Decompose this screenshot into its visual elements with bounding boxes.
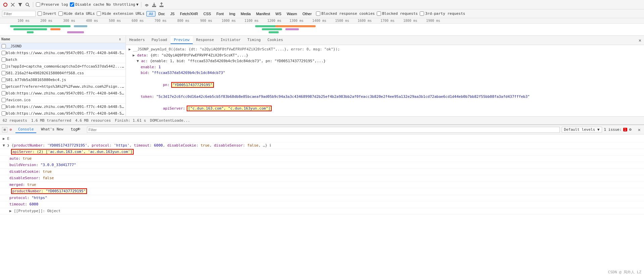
wf-bar-5 [50,28,60,30]
detail-close[interactable]: × [636,36,644,44]
invert-checkbox[interactable]: Invert [38,11,56,16]
filter-input[interactable] [2,11,36,17]
req-item-name: 581.216a2f4e49020261580004ff568.css [6,71,124,75]
req-item[interactable]: blob:https://www.zhihu.com/9547c091-f77c… [0,50,126,56]
filter-fetch-xhr[interactable]: Fetch/XHR [178,11,200,16]
console-productnumber-highlight: productNumber: "YD00517437729195" [12,189,87,193]
tab-initiator[interactable]: Initiator [217,36,244,44]
console-close-btn[interactable]: × [637,127,642,132]
req-item-name: blob:https://www.zhihu.com/9547c091-f77c… [6,51,124,55]
req-item[interactable]: js?appId=captcha_common&captchaId=ffccaa… [0,63,126,70]
blocked-cookies-label: Blocked response cookies [321,11,375,16]
grid-icon[interactable]: ⊞ [2,127,7,132]
export-icon[interactable] [159,2,164,7]
mark-1700ms: 1700 ms [380,19,395,23]
req-item[interactable]: favicon.ico [0,97,126,104]
console-line-merged: merged: true [0,182,644,189]
hide-data-urls-checkbox[interactable]: Hide data URLs [58,11,95,16]
req-item[interactable]: blob:https://www.zhihu.com/9547c091-f77c… [0,104,126,110]
req-item-name: blob:https://www.zhihu.com/9547c091-f77c… [6,91,124,95]
filter-manifest[interactable]: Manifest [254,11,273,16]
json-enable: enable: 1 [129,64,641,70]
request-list[interactable]: __JSONDblob:https://www.zhihu.com/9547c0… [0,43,126,116]
filter-ws[interactable]: WS [273,11,284,16]
wf-bar-12 [269,31,279,33]
console-line-buildversion: buildVersion: "3.0.0_33d41777" [0,162,644,169]
stop-icon[interactable]: ⊘ [8,127,13,132]
req-item[interactable]: blob:https://www.zhihu.com/9547c091-f77c… [0,90,126,97]
preserve-log-checkbox[interactable]: Preserve log [36,2,68,7]
console-settings-icon[interactable]: ⚙ [629,127,635,132]
console-apiserver-highlight: apiServer: (2) ['ac.dun.163.com', 'ac.du… [12,150,133,154]
filter-doc[interactable]: Doc [156,11,168,16]
third-party-label: 3rd-party requests [425,11,465,16]
req-item[interactable]: S81.b77db5a388165080ebc4.js [0,77,126,83]
filter-wasm[interactable]: Wasm [284,11,300,16]
filter-other[interactable]: Other [300,11,314,16]
console-tab-whats-new[interactable]: What's New [38,126,66,133]
resize-handle[interactable]: ⇕ [119,37,124,41]
console-line-prototype: ▶ [[Prototype]]: Object [0,208,644,215]
json-ac: ▼ ac: {enable: 1, bid: "ffccaa537da54269… [129,58,641,64]
obj-arrow: ❯ [7,143,9,148]
disable-cache-checkbox[interactable]: Disable cache [70,2,104,7]
console-line-object: ▼ ❯ {productNumber: 'YD00517437729195', … [0,143,644,149]
req-item[interactable]: batch [0,56,126,63]
tab-timing[interactable]: Timing [244,36,264,44]
default-levels-dropdown[interactable]: Default levels ▼ [562,127,602,132]
console-line-disablesensor: disableSensor: false [0,175,644,182]
req-item[interactable]: blob:https://www.zhihu.com/9547c091-f77c… [0,110,126,116]
tab-response[interactable]: Response [193,36,217,44]
obj-text: {productNumber: 'YD00517437729195', prot… [12,143,268,148]
blocked-requests-checkbox[interactable]: Blocked requests [377,11,418,16]
mark-500ms: 500 ms [109,19,121,23]
wf-bar-4 [13,28,47,30]
online-icon[interactable] [144,2,149,7]
tab-cookies[interactable]: Cookies [264,36,286,44]
filter-media[interactable]: Media [238,11,253,16]
wf-bar-2 [37,25,57,27]
apiserver-highlight: ["c.dun.163.com", "c.dun.163yun.com"] [187,106,271,111]
expand-obj: ▼ [3,143,5,148]
invert-label: Invert [43,11,56,16]
filter-icon[interactable] [17,2,23,7]
mark-600ms: 600 ms [132,19,144,23]
detail-panel: Headers Payload Preview Response Initiat… [126,36,644,116]
filter-css[interactable]: CSS [201,11,214,16]
filter-img[interactable]: Img [227,11,237,16]
mark-1800ms: 1800 ms [403,19,417,23]
wf-bar-6 [67,31,84,33]
mark-1300ms: 1300 ms [289,19,304,23]
console-tab-console[interactable]: Console [15,126,36,133]
json-root: ▶ __JSONP_pwym1yd_0({data: {dt: "o2QyiAQ… [129,46,641,52]
filter-font[interactable]: Font [214,11,226,16]
detail-tabs: Headers Payload Preview Response Initiat… [126,36,644,45]
clear-icon[interactable] [10,2,15,7]
filter-js[interactable]: JS [168,11,177,16]
tab-payload[interactable]: Payload [148,36,170,44]
console-filter-input[interactable] [87,127,560,133]
main-split: Name ⇕ __JSONDblob:https://www.zhihu.com… [0,36,644,116]
blocked-cookies-checkbox[interactable]: Blocked response cookies [316,11,375,16]
record-icon[interactable] [3,2,8,7]
search-icon[interactable] [25,2,30,7]
console-line-arrow-e: ▶ E [0,136,644,143]
req-item[interactable]: getconf?referer=https%3A%2F%2Fwww.zhihu.… [0,83,126,90]
req-item-name: S81.b77db5a388165080ebc4.js [6,78,124,82]
mark-100ms: 100 ms [17,19,30,23]
req-item[interactable]: 581.216a2f4e49020261580004ff568.css [0,70,126,77]
import-icon[interactable] [151,2,157,7]
hide-extension-checkbox[interactable]: Hide extension URLs [97,11,144,16]
sep2 [141,2,141,7]
eye-icon[interactable]: 👁 [77,127,82,132]
json-bid: bid: "ffccaa537da54269b4c9c1dc84dcb73" [129,70,641,76]
req-item[interactable]: __JSOND [0,43,126,50]
third-party-checkbox[interactable]: 3rd-party requests [420,11,465,16]
tab-headers[interactable]: Headers [126,36,148,44]
mark-1200ms: 1200 ms [267,19,281,23]
throttle-dropdown[interactable]: No throttling ▼ [106,2,139,7]
console-top-icon[interactable]: top [71,127,76,132]
tab-preview[interactable]: Preview [171,36,193,44]
mark-200ms: 200 ms [40,19,52,23]
filter-all[interactable]: All [146,11,155,16]
